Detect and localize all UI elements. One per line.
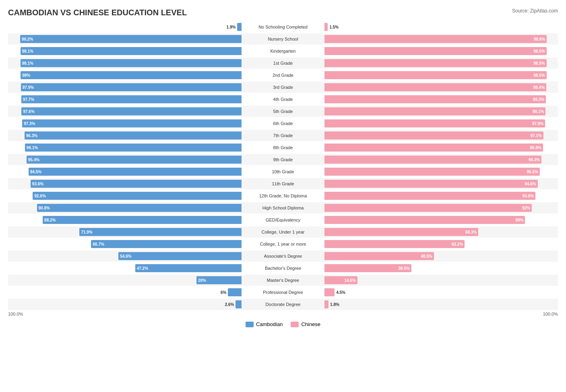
bar-row: 20% Master's Degree 14.6% [8, 275, 558, 286]
cambodian-bar: 71.9% [79, 228, 242, 236]
chinese-value-label: 96.3% [529, 158, 540, 162]
cambodian-value-label: 95.4% [28, 158, 39, 162]
cambodian-bar: 96.3% [25, 131, 242, 140]
bar-row: 94.5% 10th Grade 95.5% [8, 166, 558, 177]
axis-center [243, 312, 323, 316]
chinese-value-label: 97.9% [532, 121, 543, 126]
cambodian-bar: 47.2% [135, 264, 242, 272]
bar-row: 71.9% College, Under 1 year 68.3% [8, 226, 558, 238]
chinese-value-label: 98.3% [533, 97, 544, 102]
chinese-bar: 38.5% [324, 264, 411, 272]
chinese-value-label: 98.5% [533, 49, 545, 53]
chinese-value-label: 92% [522, 206, 530, 210]
chinese-bar [324, 300, 328, 308]
category-label: 2nd Grade [242, 73, 324, 78]
category-label: Associate's Degree [242, 254, 324, 259]
chinese-bar: 94.6% [324, 180, 538, 188]
category-label: 10th Grade [242, 169, 324, 174]
bar-row: 97.9% 3rd Grade 98.4% [8, 82, 558, 93]
chinese-value-label: 96.9% [530, 146, 541, 150]
cambodian-value-label: 2.6% [225, 302, 234, 307]
chinese-bar: 93.6% [324, 192, 535, 200]
cambodian-bar: 20% [196, 276, 242, 284]
cambodian-bar: 97.3% [22, 119, 242, 127]
cambodian-value-label: 94.5% [30, 170, 41, 174]
category-label: 4th Grade [242, 97, 324, 102]
cambodian-value-label: 92.6% [34, 194, 45, 198]
cambodian-value-label: 90.8% [39, 206, 50, 210]
bar-row: 54.6% Associate's Degree 48.5% [8, 250, 558, 262]
category-label: Professional Degree [242, 290, 324, 295]
cambodian-value-label: 97.7% [23, 97, 34, 102]
cambodian-value-label: 20% [198, 278, 206, 283]
chinese-bar: 68.3% [324, 228, 478, 236]
bar-row: 96.1% 8th Grade 96.9% [8, 142, 558, 153]
chinese-bar: 97.1% [324, 131, 543, 140]
chinese-bar: 98.1% [324, 107, 545, 115]
chinese-value-label: 98.5% [533, 73, 545, 78]
cambodian-bar: 98.1% [21, 47, 242, 55]
chinese-bar [324, 23, 328, 31]
cambodian-bar: 98.1% [21, 59, 242, 67]
cambodian-bar: 92.6% [33, 192, 242, 200]
chinese-bar [324, 288, 335, 296]
category-label: 12th Grade, No Diploma [242, 193, 324, 198]
chinese-legend-label: Chinese [301, 321, 320, 327]
category-label: College, 1 year or more [242, 242, 324, 246]
category-label: 6th Grade [242, 121, 324, 126]
category-label: 1st Grade [242, 61, 324, 66]
category-label: High School Diploma [242, 205, 324, 210]
cambodian-value-label: 47.2% [137, 266, 148, 271]
chinese-bar: 98.5% [324, 59, 547, 67]
cambodian-legend-label: Cambodian [256, 321, 283, 327]
cambodian-value-label: 98% [22, 73, 30, 78]
category-label: 7th Grade [242, 133, 324, 138]
chinese-bar: 95.5% [324, 168, 540, 176]
category-label: 11th Grade [242, 181, 324, 186]
bar-row: 97.3% 6th Grade 97.9% [8, 118, 558, 129]
bar-row: 97.7% 4th Grade 98.3% [8, 94, 558, 105]
chinese-value-label: 68.3% [465, 230, 477, 234]
axis-right: 100.0% [323, 312, 558, 316]
chinese-bar: 89% [324, 216, 525, 224]
chinese-value-label: 38.5% [398, 266, 409, 271]
cambodian-bar: 98.2% [20, 35, 242, 43]
axis-left: 100.0% [8, 312, 243, 316]
cambodian-bar: 90.8% [37, 204, 242, 212]
cambodian-bar [237, 23, 242, 31]
chinese-value-label: 89% [515, 218, 523, 222]
chinese-value-label: 98.1% [533, 109, 544, 114]
cambodian-value-label: 98.1% [22, 49, 33, 53]
chinese-bar: 14.6% [324, 276, 357, 284]
chinese-bar: 48.5% [324, 252, 434, 260]
category-label: Master's Degree [242, 278, 324, 283]
chinese-value-label: 1.5% [329, 25, 339, 29]
cambodian-bar: 94.5% [29, 168, 242, 176]
chinese-value-label: 4.5% [336, 290, 345, 295]
cambodian-value-label: 97.3% [24, 121, 35, 126]
bar-row: 2.6% Doctorate Degree 1.8% [8, 299, 558, 310]
category-label: No Schooling Completed [242, 25, 324, 29]
chinese-bar: 97.9% [324, 119, 545, 127]
category-label: Bachelor's Degree [242, 266, 324, 271]
cambodian-bar: 54.6% [118, 252, 242, 260]
bar-row: 98% 2nd Grade 98.5% [8, 70, 558, 81]
cambodian-bar [235, 300, 242, 308]
chinese-value-label: 98.6% [534, 37, 545, 41]
chinese-bar: 98.3% [324, 95, 546, 103]
category-label: 8th Grade [242, 145, 324, 150]
category-label: Kindergarten [242, 49, 324, 53]
chinese-color-swatch [291, 322, 299, 327]
category-label: Doctorate Degree [242, 302, 324, 307]
chinese-bar: 96.3% [324, 156, 541, 164]
category-label: Nursery School [242, 37, 324, 41]
chinese-bar: 92% [324, 204, 532, 212]
cambodian-bar: 97.7% [21, 95, 242, 103]
chinese-value-label: 14.6% [344, 278, 355, 283]
chinese-bar: 98.5% [324, 47, 547, 55]
source-text: Source: ZipAtlas.com [512, 8, 558, 14]
chinese-value-label: 93.6% [523, 194, 534, 198]
cambodian-value-label: 1.9% [227, 25, 236, 29]
cambodian-value-label: 97.6% [23, 109, 34, 114]
chinese-value-label: 1.8% [330, 302, 339, 307]
